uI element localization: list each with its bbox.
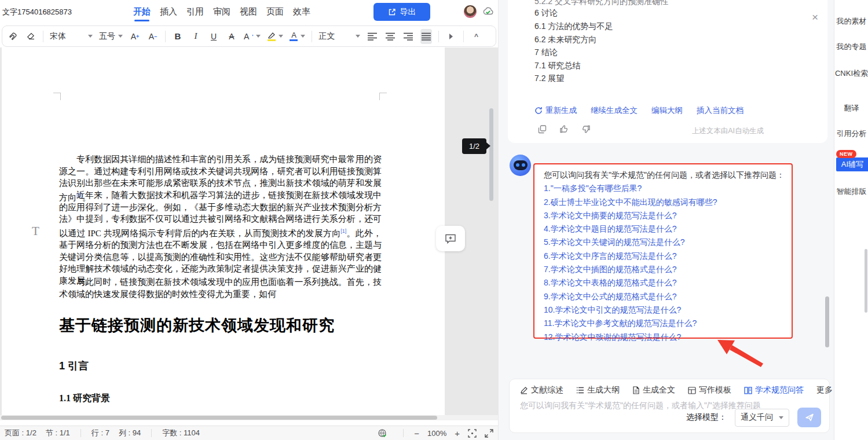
fullscreen-icon[interactable] <box>485 429 493 438</box>
rail-translate[interactable]: 翻译 <box>834 103 868 113</box>
bold-button[interactable]: B <box>172 29 184 44</box>
suggested-question[interactable]: 10.学术论文中引文的规范写法是什么? <box>544 303 782 317</box>
format-painter-icon[interactable] <box>7 29 19 44</box>
edit-outline-button[interactable]: 编辑大纲 <box>651 105 683 116</box>
suggested-question[interactable]: 3.学术论文中摘要的规范写法是什么? <box>544 209 782 222</box>
ai-message-highlight-box: 您可以询问我有关"学术规范"的任何问题，或者选择以下推荐问题： 1."一稿多投"… <box>533 163 793 339</box>
status-word-count[interactable]: 字数 : 1104 <box>162 428 200 438</box>
suggested-question[interactable]: 8.学术论文中表格的规范格式是什么? <box>544 276 782 289</box>
send-button[interactable] <box>797 408 821 427</box>
suggested-question[interactable]: 7.学术论文中插图的规范格式是什么? <box>544 263 782 276</box>
rail-cnki-search[interactable]: CNKI检索 <box>834 68 868 79</box>
cloud-sync-icon[interactable] <box>482 5 495 18</box>
status-section[interactable]: 节 : 1/1 <box>46 428 70 438</box>
outline-item[interactable]: 6.1 方法的优势与不足 <box>534 21 613 32</box>
suggested-question[interactable]: 4.学术论文中题目的规范写法是什么? <box>544 222 782 236</box>
eraser-icon[interactable] <box>25 29 36 44</box>
menu-efficiency[interactable]: 效率 <box>293 1 310 23</box>
ai-composer-card: 文献综述 生成大纲 生成全文 <box>509 379 830 433</box>
user-avatar[interactable] <box>464 5 477 18</box>
outline-item[interactable]: 6 讨论 <box>534 8 558 19</box>
collapse-toolbar-button[interactable]: ^ <box>470 29 482 44</box>
rail-citation-analysis[interactable]: 引用分析 <box>834 129 868 139</box>
more-tools-button[interactable] <box>445 29 457 44</box>
spellcheck-globe-icon[interactable] <box>378 428 387 438</box>
text-effects-button[interactable]: A' <box>244 32 261 41</box>
rail-my-topics[interactable]: 我的专题 <box>834 42 868 52</box>
menu-page[interactable]: 页面 <box>266 1 284 23</box>
outline-item-clipped[interactable]: 5.2.2 交叉学科研究方向的预测准确性 <box>534 0 668 7</box>
document-vertical-scrollbar[interactable] <box>489 108 493 201</box>
add-comment-button[interactable] <box>436 226 465 251</box>
tab-more[interactable]: 更多 <box>816 385 833 395</box>
align-center-button[interactable] <box>384 29 396 44</box>
focus-mode-icon[interactable] <box>468 429 477 438</box>
menu-review[interactable]: 审阅 <box>213 1 230 23</box>
outline-item[interactable]: 7 结论 <box>534 47 558 58</box>
rail-my-materials[interactable]: 我的素材 <box>834 16 868 27</box>
thumbs-up-icon[interactable] <box>559 124 569 134</box>
outline-item[interactable]: 7.2 展望 <box>534 74 564 84</box>
font-name-value: 宋体 <box>50 31 66 42</box>
document-canvas[interactable]: 专利数据因其详细的描述性和丰富的引用关系，成为链接预测研究中最常用的资源之一。通… <box>0 47 498 420</box>
insert-to-document-button[interactable]: 插入当前文档 <box>697 105 744 116</box>
tab-academic-norms-qa[interactable]: 学术规范问答 <box>744 385 804 395</box>
font-name-select[interactable]: 宋体 <box>50 31 93 42</box>
thumbs-down-icon[interactable] <box>581 124 591 134</box>
menu-view[interactable]: 视图 <box>240 1 257 23</box>
align-right-button[interactable] <box>402 29 414 44</box>
citation-ref[interactable]: [1] <box>340 228 346 234</box>
page-indicator-tooltip: 1/2 <box>462 138 486 154</box>
suggested-question[interactable]: 1."一稿多投"会有哪些后果? <box>544 182 782 195</box>
underline-button[interactable]: U <box>208 29 219 44</box>
rail-smart-typeset[interactable]: 智能排版 <box>834 186 868 197</box>
align-left-button[interactable] <box>367 29 378 44</box>
tab-generate-outline[interactable]: 生成大纲 <box>576 385 620 395</box>
window-scrollbar-thumb[interactable] <box>865 249 867 313</box>
regenerate-button[interactable]: 重新生成 <box>534 105 577 116</box>
paragraph-style-select[interactable]: 正文 <box>318 31 360 42</box>
list-icon <box>576 387 584 394</box>
suggested-question[interactable]: 11.学术论文中参考文献的规范写法是什么? <box>544 317 782 330</box>
continue-generate-button[interactable]: 继续生成全文 <box>591 105 638 116</box>
justify-button[interactable] <box>420 29 432 44</box>
suggested-question[interactable]: 6.学术论文中序言的规范写法是什么? <box>544 250 782 263</box>
tab-generate-fulltext[interactable]: 生成全文 <box>632 385 675 395</box>
tab-writing-template[interactable]: 写作模板 <box>688 385 731 395</box>
robot-face-icon <box>514 160 528 170</box>
document-page[interactable]: 专利数据因其详细的描述性和丰富的引用关系，成为链接预测研究中最常用的资源之一。通… <box>2 47 445 420</box>
model-select[interactable]: 通义千问 <box>735 409 789 427</box>
font-size-select[interactable]: 五号 <box>99 31 123 42</box>
highlight-color-button[interactable] <box>267 32 283 41</box>
model-value: 通义千问 <box>741 412 773 423</box>
rail-ai-writing[interactable]: AI辅写 <box>836 157 868 171</box>
ai-message-intro: 您可以询问我有关"学术规范"的任何问题，或者选择以下推荐问题： <box>544 168 782 182</box>
horizontal-scroll-thumb[interactable] <box>1 416 437 420</box>
tab-literature-review[interactable]: 文献综述 <box>520 385 563 395</box>
export-button[interactable]: 导出 <box>373 3 430 21</box>
zoom-out-button[interactable]: − <box>414 428 419 438</box>
menu-citation[interactable]: 引用 <box>186 1 204 23</box>
copy-icon[interactable] <box>538 125 547 134</box>
increase-font-button[interactable]: A+ <box>129 29 141 44</box>
outline-item[interactable]: 7.1 研究总结 <box>534 61 580 71</box>
suggested-question[interactable]: 9.学术论文中公式的规范格式是什么? <box>544 290 782 303</box>
document-horizontal-scrollbar[interactable] <box>0 415 498 420</box>
zoom-in-button[interactable]: + <box>455 428 460 438</box>
suggested-question[interactable]: 2.硕士博士毕业论文中不能出现的敏感词有哪些? <box>544 196 782 209</box>
outline-item[interactable]: 6.2 未来研究方向 <box>534 35 596 45</box>
italic-button[interactable]: I <box>190 29 202 44</box>
status-page[interactable]: 页面 : 1/2 <box>5 428 36 438</box>
close-icon[interactable]: × <box>812 12 818 23</box>
zoom-level[interactable]: 100% <box>427 429 446 438</box>
suggested-question[interactable]: 5.学术论文中关键词的规范写法是什么? <box>544 236 782 249</box>
menu-home[interactable]: 开始 <box>133 1 151 23</box>
pen-icon <box>520 386 528 394</box>
strikethrough-button[interactable]: A <box>226 29 237 44</box>
decrease-font-button[interactable]: A− <box>147 29 159 44</box>
triangle-right-icon <box>449 34 453 39</box>
font-size-value: 五号 <box>99 31 115 42</box>
panel-scrollbar-thumb[interactable] <box>825 296 829 347</box>
font-color-button[interactable]: A <box>290 31 305 41</box>
menu-insert[interactable]: 插入 <box>160 1 177 23</box>
